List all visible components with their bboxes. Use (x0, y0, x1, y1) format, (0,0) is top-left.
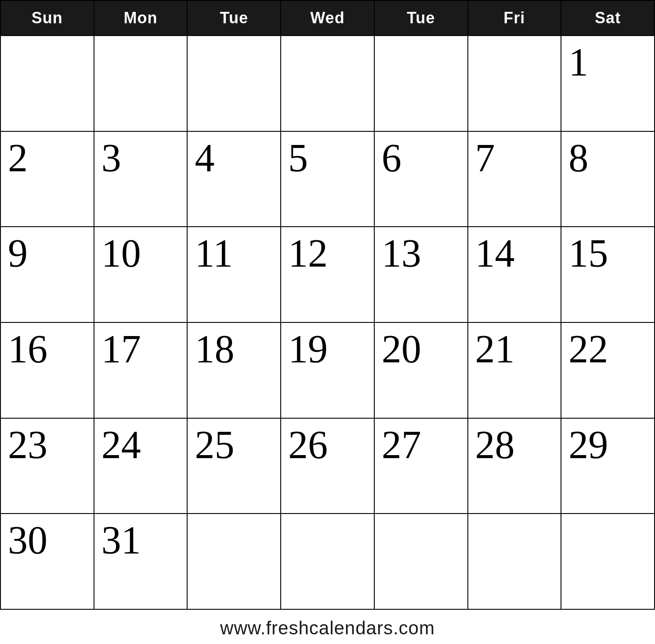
week-row-3: 16171819202122 (0, 322, 655, 418)
day-number: 21 (475, 327, 515, 371)
calendar-cell: 9 (0, 227, 94, 322)
calendar-cell (374, 36, 468, 131)
day-number: 25 (195, 423, 234, 467)
calendar-cell: 5 (281, 131, 374, 227)
calendar-cell (561, 514, 655, 609)
day-number: 9 (8, 232, 28, 275)
calendar-cell: 15 (561, 227, 655, 322)
calendar-wrapper: SunMonTueWedTueFriSat 123456789101112131… (0, 0, 655, 644)
day-number: 26 (288, 423, 328, 467)
calendar-cell: 17 (94, 322, 188, 418)
header-day-sat-6: Sat (561, 0, 655, 36)
day-number: 6 (382, 136, 402, 180)
day-number: 5 (288, 136, 308, 180)
calendar-cell: 26 (281, 418, 374, 514)
calendar-cell: 19 (281, 322, 374, 418)
calendar-cell (281, 514, 374, 609)
calendar-cell: 12 (281, 227, 374, 322)
calendar-cell (374, 514, 468, 609)
day-number: 8 (568, 136, 588, 180)
calendar-cell (468, 36, 561, 131)
calendar-cell: 14 (468, 227, 561, 322)
day-number: 16 (8, 327, 47, 371)
calendar-cell: 30 (0, 514, 94, 609)
calendar-cell: 11 (187, 227, 281, 322)
day-number: 10 (101, 232, 141, 275)
calendar-cell (468, 514, 561, 609)
header-day-mon-1: Mon (94, 0, 188, 36)
day-number: 29 (568, 423, 608, 467)
header-day-sun-0: Sun (0, 0, 94, 36)
calendar-table: SunMonTueWedTueFriSat 123456789101112131… (0, 0, 655, 610)
calendar-cell: 10 (94, 227, 188, 322)
day-number: 12 (288, 232, 328, 275)
day-number: 30 (8, 518, 47, 562)
day-number: 28 (475, 423, 515, 467)
calendar-cell (187, 514, 281, 609)
header-day-wed-3: Wed (281, 0, 374, 36)
calendar-cell (281, 36, 374, 131)
calendar-cell: 23 (0, 418, 94, 514)
day-number: 31 (101, 518, 141, 562)
week-row-1: 2345678 (0, 131, 655, 227)
calendar-cell: 24 (94, 418, 188, 514)
day-number: 7 (475, 136, 495, 180)
calendar-cell: 2 (0, 131, 94, 227)
calendar-cell (0, 36, 94, 131)
day-number: 19 (288, 327, 328, 371)
day-number: 3 (101, 136, 121, 180)
calendar-cell: 28 (468, 418, 561, 514)
week-row-2: 9101112131415 (0, 227, 655, 322)
calendar-cell: 4 (187, 131, 281, 227)
calendar-cell: 21 (468, 322, 561, 418)
calendar-cell (94, 36, 188, 131)
week-row-0: 1 (0, 36, 655, 131)
day-number: 1 (568, 40, 588, 84)
day-number: 11 (195, 232, 233, 275)
calendar-cell: 27 (374, 418, 468, 514)
day-number: 22 (568, 327, 608, 371)
footer-url: www.freshcalendars.com (0, 610, 655, 644)
calendar-cell: 18 (187, 322, 281, 418)
calendar-cell: 22 (561, 322, 655, 418)
day-number: 27 (382, 423, 421, 467)
header-day-tue-2: Tue (187, 0, 281, 36)
calendar-cell: 3 (94, 131, 188, 227)
day-number: 14 (475, 232, 515, 275)
calendar-cell: 25 (187, 418, 281, 514)
day-number: 4 (195, 136, 214, 180)
day-number: 15 (568, 232, 608, 275)
calendar-cell (187, 36, 281, 131)
header-row: SunMonTueWedTueFriSat (0, 0, 655, 36)
day-number: 13 (382, 232, 421, 275)
calendar-cell: 13 (374, 227, 468, 322)
calendar-cell: 6 (374, 131, 468, 227)
day-number: 23 (8, 423, 47, 467)
week-row-5: 3031 (0, 514, 655, 609)
header-day-tue-4: Tue (374, 0, 468, 36)
calendar-cell: 31 (94, 514, 188, 609)
day-number: 18 (195, 327, 234, 371)
calendar-cell: 29 (561, 418, 655, 514)
calendar-cell: 20 (374, 322, 468, 418)
calendar-cell: 1 (561, 36, 655, 131)
calendar-cell: 8 (561, 131, 655, 227)
day-number: 2 (8, 136, 28, 180)
header-day-fri-5: Fri (468, 0, 561, 36)
calendar-cell: 7 (468, 131, 561, 227)
week-row-4: 23242526272829 (0, 418, 655, 514)
day-number: 24 (101, 423, 141, 467)
day-number: 20 (382, 327, 421, 371)
day-number: 17 (101, 327, 141, 371)
calendar-cell: 16 (0, 322, 94, 418)
